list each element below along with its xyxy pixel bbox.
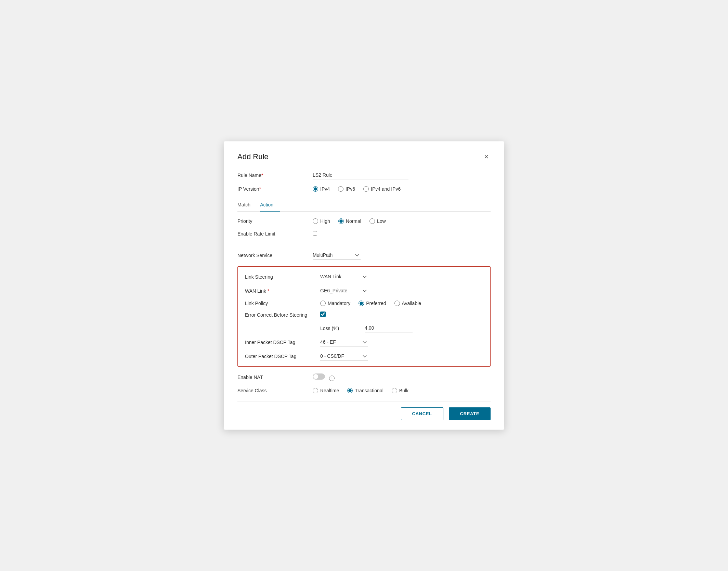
service-class-transactional[interactable]: Transactional	[347, 388, 384, 393]
create-button[interactable]: CREATE	[449, 407, 491, 420]
dialog-title: Add Rule	[237, 152, 269, 161]
link-policy-preferred[interactable]: Preferred	[359, 301, 386, 306]
outer-dscp-label: Outer Packet DSCP Tag	[245, 354, 320, 359]
tab-match[interactable]: Match	[237, 199, 257, 212]
network-service-label: Network Service	[237, 253, 313, 258]
loss-input[interactable]	[365, 324, 413, 332]
inner-dscp-row: Inner Packet DSCP Tag 46 - EF 0 - BE 10 …	[245, 338, 483, 346]
ipv6-label: IPv6	[346, 186, 355, 192]
transactional-label: Transactional	[355, 388, 384, 393]
network-service-row: Network Service MultiPath Gateway Direct	[237, 251, 491, 259]
inner-dscp-control: 46 - EF 0 - BE 10 - AF11	[320, 338, 483, 346]
service-class-control: Realtime Transactional Bulk	[313, 388, 491, 393]
enable-nat-toggle[interactable]	[313, 373, 325, 380]
wan-link-row: WAN Link * GE6_Private GE5_Public GE4_Li…	[245, 287, 483, 295]
cancel-button[interactable]: CANCEL	[401, 407, 443, 420]
outer-dscp-control: 0 - CS0/DF 10 - AF11 46 - EF	[320, 352, 483, 360]
bulk-label: Bulk	[399, 388, 408, 393]
enable-nat-row: Enable NAT i	[237, 373, 491, 381]
ip-version-label: IP Version*	[237, 186, 313, 192]
dialog-footer: CANCEL CREATE	[237, 402, 491, 420]
wan-link-section: Link Steering WAN Link Auto Manual WAN L…	[237, 266, 491, 367]
priority-low[interactable]: Low	[369, 218, 386, 224]
link-policy-available[interactable]: Available	[394, 301, 421, 306]
link-steering-label: Link Steering	[245, 274, 320, 280]
normal-label: Normal	[346, 218, 361, 224]
mandatory-label: Mandatory	[328, 301, 350, 306]
ip-version-control: IPv4 IPv6 IPv4 and IPv6	[313, 186, 491, 192]
service-class-label: Service Class	[237, 388, 313, 393]
ip-version-ipv4[interactable]: IPv4	[313, 186, 330, 192]
service-class-row: Service Class Realtime Transactional Bul…	[237, 388, 491, 393]
inner-dscp-select[interactable]: 46 - EF 0 - BE 10 - AF11	[320, 338, 368, 346]
inner-dscp-label: Inner Packet DSCP Tag	[245, 340, 320, 345]
rate-limit-control	[313, 231, 491, 237]
error-correct-label: Error Correct Before Steering	[245, 312, 320, 318]
available-label: Available	[402, 301, 421, 306]
link-policy-label: Link Policy	[245, 301, 320, 306]
link-steering-row: Link Steering WAN Link Auto Manual	[245, 272, 483, 281]
link-steering-select[interactable]: WAN Link Auto Manual	[320, 272, 368, 281]
ipv4v6-label: IPv4 and IPv6	[371, 186, 401, 192]
priority-label: Priority	[237, 218, 313, 224]
link-policy-mandatory[interactable]: Mandatory	[320, 301, 350, 306]
rule-name-control	[313, 171, 491, 179]
link-steering-control: WAN Link Auto Manual	[320, 272, 483, 281]
error-correct-row: Error Correct Before Steering	[245, 312, 483, 318]
rate-limit-checkbox[interactable]	[313, 231, 317, 236]
rate-limit-row: Enable Rate Limit	[237, 231, 491, 237]
tab-action[interactable]: Action	[260, 199, 280, 212]
add-rule-dialog: Add Rule × Rule Name* IP Version* IPv4 I…	[224, 141, 504, 430]
ip-version-radio-group: IPv4 IPv6 IPv4 and IPv6	[313, 186, 491, 192]
priority-control: High Normal Low	[313, 218, 491, 224]
priority-radio-group: High Normal Low	[313, 218, 491, 224]
ip-version-row: IP Version* IPv4 IPv6 IPv4 and IPv6	[237, 186, 491, 192]
preferred-label: Preferred	[366, 301, 386, 306]
dialog-header: Add Rule ×	[237, 152, 491, 161]
link-policy-row: Link Policy Mandatory Preferred Availabl…	[245, 301, 483, 306]
rate-limit-label: Enable Rate Limit	[237, 231, 313, 237]
service-class-realtime[interactable]: Realtime	[313, 388, 339, 393]
outer-dscp-select[interactable]: 0 - CS0/DF 10 - AF11 46 - EF	[320, 352, 368, 360]
network-service-control: MultiPath Gateway Direct	[313, 251, 491, 259]
wan-link-select[interactable]: GE6_Private GE5_Public GE4_Link	[320, 287, 368, 295]
rule-name-input[interactable]	[313, 171, 408, 179]
high-label: High	[320, 218, 330, 224]
priority-high[interactable]: High	[313, 218, 330, 224]
ipv4-label: IPv4	[320, 186, 330, 192]
link-policy-radio-group: Mandatory Preferred Available	[320, 301, 483, 306]
error-correct-control	[320, 312, 483, 318]
ip-version-ipv4v6[interactable]: IPv4 and IPv6	[363, 186, 401, 192]
network-service-select[interactable]: MultiPath Gateway Direct	[313, 251, 361, 259]
priority-row: Priority High Normal Low	[237, 218, 491, 224]
priority-normal[interactable]: Normal	[338, 218, 361, 224]
loss-label: Loss (%)	[320, 326, 365, 331]
link-policy-control: Mandatory Preferred Available	[320, 301, 483, 306]
enable-nat-label: Enable NAT	[237, 375, 313, 380]
loss-row: Loss (%)	[320, 324, 483, 332]
realtime-label: Realtime	[320, 388, 339, 393]
service-class-bulk[interactable]: Bulk	[392, 388, 408, 393]
low-label: Low	[377, 218, 386, 224]
wan-link-control: GE6_Private GE5_Public GE4_Link	[320, 287, 483, 295]
error-correct-checkbox[interactable]	[320, 312, 326, 317]
section-divider-1	[237, 244, 491, 244]
close-button[interactable]: ×	[482, 152, 491, 161]
service-class-radio-group: Realtime Transactional Bulk	[313, 388, 491, 393]
wan-link-label: WAN Link *	[245, 288, 320, 294]
enable-nat-control: i	[313, 373, 491, 381]
rule-name-row: Rule Name*	[237, 171, 491, 179]
tabs: Match Action	[237, 199, 491, 212]
enable-nat-info-icon: i	[329, 376, 335, 381]
ip-version-ipv6[interactable]: IPv6	[338, 186, 355, 192]
outer-dscp-row: Outer Packet DSCP Tag 0 - CS0/DF 10 - AF…	[245, 352, 483, 360]
rule-name-label: Rule Name*	[237, 173, 313, 178]
